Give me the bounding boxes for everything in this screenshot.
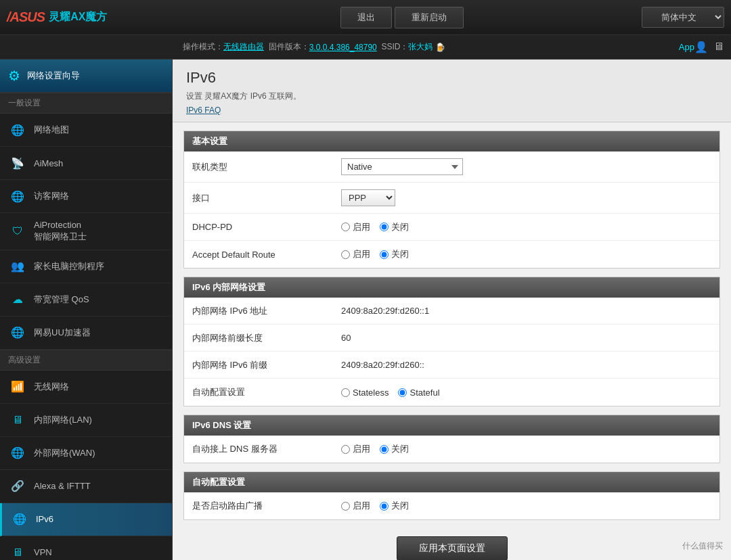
internal-addr-label: 内部网络 IPv6 地址 <box>192 305 341 317</box>
router-adv-label: 是否启动路由广播 <box>192 500 341 512</box>
interface-select[interactable]: PPP <box>341 189 395 206</box>
router-adv-enable-option[interactable]: 启用 <box>341 500 370 512</box>
general-section-label: 一般设置 <box>0 93 172 114</box>
basic-settings-header: 基本设置 <box>184 131 719 151</box>
app-link[interactable]: App <box>679 42 694 52</box>
sidebar-item-label: 家长电脑控制程序 <box>34 260 104 273</box>
auto-dns-row: 自动接上 DNS 服务器 启用 关闭 <box>184 436 719 463</box>
default-route-disable-option[interactable]: 关闭 <box>380 248 409 260</box>
fw-label: 固件版本： <box>269 41 309 53</box>
auto-config-section: 自动配置设置 是否启动路由广播 启用 关闭 <box>183 471 720 520</box>
dhcp-pd-enable-radio[interactable] <box>341 223 350 231</box>
dhcp-pd-label: DHCP-PD <box>192 222 341 232</box>
apply-button[interactable]: 应用本页面设置 <box>397 536 508 560</box>
router-adv-disable-radio[interactable] <box>380 502 389 511</box>
sidebar-item-label: 访客网络 <box>34 190 69 202</box>
wireless-icon: 📶 <box>8 377 27 396</box>
ssid-label: SSID： <box>381 41 408 53</box>
sidebar-item-guest-network[interactable]: 🌐 访客网络 <box>0 180 172 213</box>
ipv6-lan-section: IPv6 内部网络设置 内部网络 IPv6 地址 2409:8a20:29f:d… <box>183 277 720 406</box>
stateless-option[interactable]: Stateless <box>341 388 389 398</box>
product-name: 灵耀AX魔方 <box>49 10 107 24</box>
vpn-icon: 🖥 <box>8 543 27 560</box>
auto-config-row: 自动配置设置 Stateless Stateful <box>184 379 719 406</box>
interface-label: 接口 <box>192 192 341 204</box>
guest-icon: 🌐 <box>8 187 27 206</box>
network-icon: 🌐 <box>8 120 27 139</box>
sidebar-item-label: IPv6 <box>36 514 53 524</box>
uu-icon: 🌐 <box>8 323 27 342</box>
wan-icon: 🌐 <box>8 444 27 463</box>
setup-wizard-label: 网络设置向导 <box>27 70 80 82</box>
prefix-len-label: 内部网络前缀长度 <box>192 332 341 344</box>
restart-button[interactable]: 重新启动 <box>395 7 464 28</box>
topbar-right-icons: 👤 🖥 <box>694 41 724 53</box>
exit-button[interactable]: 退出 <box>340 7 392 28</box>
router-adv-enable-radio[interactable] <box>341 502 350 511</box>
advanced-section-label: 高级设置 <box>0 350 172 371</box>
auto-dns-disable-option[interactable]: 关闭 <box>380 443 409 455</box>
sidebar-item-label: Alexa & IFTTT <box>34 481 91 491</box>
statusbar: 操作模式： 无线路由器 固件版本： 3.0.0.4.386_48790 SSID… <box>0 35 731 60</box>
lang-area: 简体中文 <box>642 7 724 28</box>
dhcp-pd-row: DHCP-PD 启用 关闭 <box>184 214 719 241</box>
internal-addr-value: 2409:8a20:29f:d260::1 <box>341 306 429 316</box>
router-adv-row: 是否启动路由广播 启用 关闭 <box>184 492 719 519</box>
prefix-len-row: 内部网络前缀长度 60 <box>184 325 719 352</box>
cloud-icon: ☁ <box>8 290 27 309</box>
dhcp-pd-disable-radio[interactable] <box>380 223 389 231</box>
default-route-label: Accept Default Route <box>192 250 341 260</box>
interface-control: PPP <box>341 189 395 206</box>
dhcp-pd-disable-option[interactable]: 关闭 <box>380 221 409 233</box>
router-adv-disable-option[interactable]: 关闭 <box>380 500 409 512</box>
auto-dns-disable-radio[interactable] <box>380 445 389 454</box>
sidebar-item-label: AiMesh <box>34 158 63 168</box>
sidebar-item-wireless[interactable]: 📶 无线网络 <box>0 371 172 404</box>
auto-dns-label: 自动接上 DNS 服务器 <box>192 443 341 455</box>
stateful-option[interactable]: Stateful <box>398 388 439 398</box>
internal-prefix-row: 内部网络 IPv6 前缀 2409:8a20:29f:d260:: <box>184 352 719 379</box>
default-route-disable-radio[interactable] <box>380 250 389 259</box>
faq-link[interactable]: IPv6 FAQ <box>186 106 221 115</box>
parental-icon: 👥 <box>8 257 27 276</box>
topbar-nav: 退出 重新启动 <box>162 7 642 28</box>
sidebar-item-label: 带宽管理 QoS <box>34 294 89 306</box>
fw-value[interactable]: 3.0.0.4.386_48790 <box>309 43 377 52</box>
sidebar-item-network-map[interactable]: 🌐 网络地图 <box>0 114 172 147</box>
internal-prefix-label: 内部网络 IPv6 前缀 <box>192 359 341 371</box>
sidebar-item-alexa[interactable]: 🔗 Alexa & IFTTT <box>0 470 172 503</box>
dhcp-pd-enable-option[interactable]: 启用 <box>341 221 370 233</box>
sidebar-item-vpn[interactable]: 🖥 VPN <box>0 536 172 560</box>
auto-dns-enable-option[interactable]: 启用 <box>341 443 370 455</box>
sidebar-item-aimesh[interactable]: 📡 AiMesh <box>0 147 172 180</box>
sidebar-item-wan[interactable]: 🌐 外部网络(WAN) <box>0 437 172 470</box>
sidebar-item-setup-wizard[interactable]: ⚙ 网络设置向导 <box>0 60 172 93</box>
conn-type-control: Native <box>341 158 463 175</box>
auto-dns-enable-radio[interactable] <box>341 445 350 454</box>
conn-type-select[interactable]: Native <box>341 158 463 175</box>
sidebar-item-aiprotection[interactable]: 🛡 AiProtection智能网络卫士 <box>0 213 172 250</box>
mode-value[interactable]: 无线路由器 <box>223 41 264 53</box>
auto-dns-control: 启用 关闭 <box>341 443 409 455</box>
dhcp-pd-control: 启用 关闭 <box>341 221 409 233</box>
sidebar-item-bandwidth[interactable]: ☁ 带宽管理 QoS <box>0 283 172 317</box>
sidebar-item-parental[interactable]: 👥 家长电脑控制程序 <box>0 250 172 283</box>
default-route-enable-radio[interactable] <box>341 250 350 259</box>
sidebar: ⚙ 网络设置向导 一般设置 🌐 网络地图 📡 AiMesh 🌐 访客网络 🛡 A… <box>0 60 173 560</box>
stateful-radio[interactable] <box>398 388 407 397</box>
user-icon[interactable]: 👤 <box>694 41 708 53</box>
sidebar-item-label: 内部网络(LAN) <box>34 414 92 426</box>
default-route-enable-option[interactable]: 启用 <box>341 248 370 260</box>
page-title: IPv6 <box>186 69 717 87</box>
auto-config-control: Stateless Stateful <box>341 388 440 398</box>
lang-select[interactable]: 简体中文 <box>642 7 724 28</box>
sidebar-item-uu[interactable]: 🌐 网易UU加速器 <box>0 317 172 350</box>
sidebar-item-ipv6[interactable]: 🌐 IPv6 <box>0 503 172 536</box>
default-route-row: Accept Default Route 启用 关闭 <box>184 241 719 268</box>
conn-type-label: 联机类型 <box>192 161 341 173</box>
stateless-radio[interactable] <box>341 388 350 397</box>
lan-icon: 🖥 <box>8 411 27 429</box>
ipv6-icon: 🌐 <box>10 510 29 529</box>
monitor-icon[interactable]: 🖥 <box>713 41 724 53</box>
sidebar-item-lan[interactable]: 🖥 内部网络(LAN) <box>0 404 172 437</box>
